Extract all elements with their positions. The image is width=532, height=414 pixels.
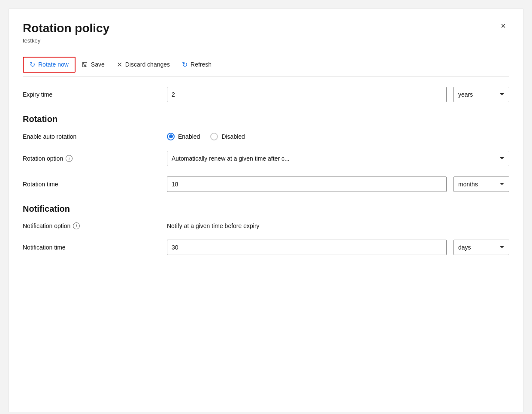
expiry-row: Expiry time years months days xyxy=(23,87,509,102)
auto-rotation-row: Enable auto rotation Enabled Disabled xyxy=(23,133,509,140)
save-button[interactable]: 🖫 Save xyxy=(76,58,111,71)
save-label: Save xyxy=(91,61,105,68)
notification-time-unit-select[interactable]: days months years xyxy=(453,240,509,255)
save-icon: 🖫 xyxy=(82,61,88,68)
rotation-time-unit-select[interactable]: months days years xyxy=(453,177,509,192)
toolbar: ↻ Rotate now 🖫 Save ✕ Discard changes ↻ … xyxy=(23,53,509,76)
rotation-option-info-icon: i xyxy=(66,155,73,162)
rotation-time-row: Rotation time months days years xyxy=(23,177,509,192)
disabled-radio-button[interactable] xyxy=(210,133,218,140)
expiry-section: Expiry time years months days xyxy=(23,87,509,102)
notification-option-info-icon: i xyxy=(73,222,80,229)
rotation-option-select[interactable]: Automatically renew at a given time afte… xyxy=(167,151,509,166)
enabled-label: Enabled xyxy=(178,133,200,140)
rotate-now-button[interactable]: ↻ Rotate now xyxy=(23,57,76,73)
header-text-group: Rotation policy testkey xyxy=(23,21,109,52)
close-button[interactable]: × xyxy=(497,19,509,33)
disabled-label: Disabled xyxy=(221,133,245,140)
panel-title: Rotation policy xyxy=(23,21,109,36)
refresh-button[interactable]: ↻ Refresh xyxy=(176,58,218,72)
notification-time-row: Notification time days months years xyxy=(23,240,509,255)
rotation-option-row: Rotation option i Automatically renew at… xyxy=(23,151,509,166)
notification-option-label: Notification option i xyxy=(23,222,160,229)
discard-icon: ✕ xyxy=(117,61,122,69)
notification-heading: Notification xyxy=(23,204,509,214)
auto-rotation-radio-group: Enabled Disabled xyxy=(167,133,509,140)
discard-label: Discard changes xyxy=(125,61,170,68)
rotation-policy-panel: Rotation policy testkey × ↻ Rotate now 🖫… xyxy=(9,9,523,412)
panel-subtitle: testkey xyxy=(23,37,109,44)
rotation-time-input[interactable] xyxy=(167,177,447,192)
enabled-option[interactable]: Enabled xyxy=(167,133,200,140)
rotate-now-icon: ↻ xyxy=(30,61,35,69)
notification-section: Notification Notification option i Notif… xyxy=(23,204,509,255)
close-icon: × xyxy=(501,21,506,30)
rotation-section: Rotation Enable auto rotation Enabled Di… xyxy=(23,114,509,192)
panel-header: Rotation policy testkey × xyxy=(23,21,509,52)
notification-time-input[interactable] xyxy=(167,240,447,255)
rotate-now-label: Rotate now xyxy=(38,61,69,68)
rotation-time-label: Rotation time xyxy=(23,181,160,188)
expiry-unit-select[interactable]: years months days xyxy=(453,87,509,102)
discard-changes-button[interactable]: ✕ Discard changes xyxy=(111,58,176,72)
rotation-heading: Rotation xyxy=(23,114,509,124)
auto-rotation-label: Enable auto rotation xyxy=(23,133,160,140)
expiry-label: Expiry time xyxy=(23,91,160,98)
disabled-option[interactable]: Disabled xyxy=(210,133,245,140)
enabled-radio-button[interactable] xyxy=(167,133,175,140)
notification-option-value: Notify at a given time before expiry xyxy=(167,222,509,229)
refresh-label: Refresh xyxy=(190,61,212,68)
notification-time-label: Notification time xyxy=(23,244,160,251)
expiry-time-input[interactable] xyxy=(167,87,447,102)
notification-option-row: Notification option i Notify at a given … xyxy=(23,222,509,229)
refresh-icon: ↻ xyxy=(182,61,187,69)
rotation-option-label: Rotation option i xyxy=(23,155,160,162)
